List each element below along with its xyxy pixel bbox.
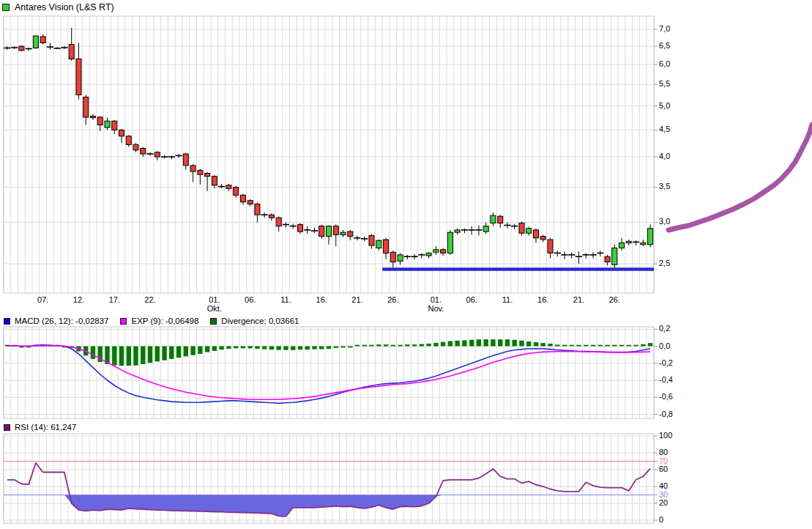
date-tick-label: 17. (109, 295, 120, 304)
date-tick-label: 21. (573, 295, 584, 304)
macd-legend-item: MACD (26, 12): -0,02837 (4, 317, 108, 325)
date-tick-label: 12. (73, 295, 84, 304)
price-tick-label: 6,0 (659, 59, 670, 69)
exp-legend-item: EXP (9): -0,06498 (120, 317, 198, 325)
stock-chart-app: Antares Vision (L&S RT) MACD (26, 12): -… (0, 0, 812, 529)
date-tick-label: 26. (609, 295, 620, 304)
rsi-marker-icon (4, 424, 10, 431)
date-tick-label: 06. (466, 295, 477, 304)
date-tick-label: 26. (387, 295, 398, 304)
rsi-tick-label: 60 (659, 465, 668, 474)
chart-title-row: Antares Vision (L&S RT) (2, 2, 114, 12)
macd-tick-label: 0,0 (659, 341, 670, 351)
exp-legend-label: EXP (9): -0,06498 (131, 317, 198, 325)
exp-marker-icon (120, 318, 127, 325)
rsi-tick-label: 20 (659, 498, 668, 508)
macd-tick-label: 0,2 (659, 324, 670, 333)
chart-canvas[interactable] (0, 0, 812, 529)
macd-legend-label: MACD (26, 12): -0,02837 (15, 317, 108, 325)
price-tick-label: 3,0 (659, 217, 670, 226)
date-tick-label: 01.Nov. (428, 295, 444, 313)
chart-title: Antares Vision (L&S RT) (15, 2, 114, 12)
date-tick-label: 07. (37, 295, 48, 304)
price-tick-label: 4,0 (659, 152, 670, 161)
rsi-legend-item: RSI (14): 61,247 (4, 423, 76, 432)
divergence-marker-icon (210, 318, 217, 325)
macd-tick-label: -0,4 (659, 375, 673, 385)
price-tick-label: 7,0 (659, 24, 670, 34)
rsi-legend: RSI (14): 61,247 (4, 423, 76, 432)
macd-tick-label: -0,2 (659, 358, 673, 368)
price-tick-label: 5,5 (659, 79, 670, 89)
rsi-tick-label: 100 (659, 431, 672, 440)
date-tick-label: 21. (351, 295, 362, 304)
divergence-legend-item: Divergence: 0,03661 (210, 317, 299, 325)
macd-marker-icon (4, 318, 10, 325)
price-tick-label: 3,5 (659, 182, 670, 191)
macd-tick-label: -0,6 (659, 392, 673, 402)
date-tick-label: 16. (316, 295, 327, 304)
price-tick-label: 6,5 (659, 41, 670, 51)
series-marker-icon (2, 4, 10, 11)
rsi-legend-label: RSI (14): 61,247 (15, 423, 76, 432)
macd-tick-label: -0,8 (659, 410, 673, 419)
price-tick-label: 4,5 (659, 125, 670, 134)
price-tick-label: 2,5 (659, 259, 670, 268)
date-tick-label: 16. (537, 295, 548, 304)
price-tick-label: 5,0 (659, 101, 670, 111)
date-tick-label: 11. (502, 295, 513, 304)
macd-legend: MACD (26, 12): -0,02837 EXP (9): -0,0649… (4, 317, 299, 325)
divergence-legend-label: Divergence: 0,03661 (221, 317, 299, 325)
date-tick-label: 06. (245, 295, 256, 304)
date-tick-label: 11. (280, 295, 291, 304)
rsi-tick-label: 0 (659, 515, 663, 525)
date-tick-label: 22. (144, 295, 155, 304)
date-tick-label: 01.Okt. (207, 295, 222, 313)
